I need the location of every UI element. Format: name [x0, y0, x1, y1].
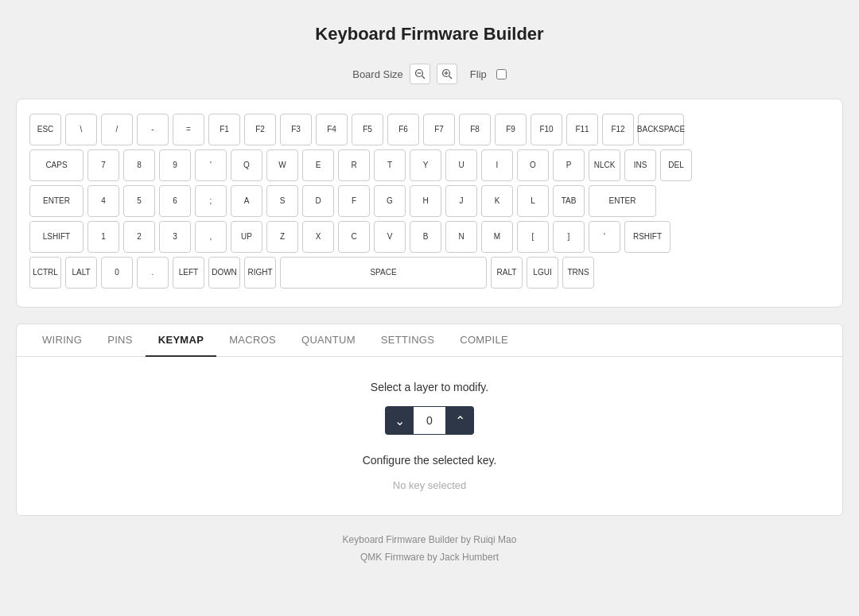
key-f11[interactable]: F11 [566, 114, 598, 145]
key-lalt[interactable]: LALT [65, 257, 97, 289]
key-enter-left[interactable]: ENTER [29, 185, 84, 217]
key-8[interactable]: 8 [123, 149, 155, 181]
key-2[interactable]: 2 [123, 221, 155, 253]
tab-compile[interactable]: COMPILE [447, 324, 521, 357]
key-h[interactable]: H [410, 185, 441, 217]
keyboard-row-3: ENTER 4 5 6 ; A S D F G H J K L TAB ENTE… [29, 185, 830, 217]
key-y[interactable]: Y [410, 149, 441, 181]
tab-keymap[interactable]: KEYMAP [146, 324, 216, 357]
key-ralt[interactable]: RALT [491, 257, 523, 289]
key-enter-right[interactable]: ENTER [589, 185, 656, 217]
key-f6[interactable]: F6 [387, 114, 419, 145]
key-lshift[interactable]: LSHIFT [29, 221, 84, 253]
key-semicolon[interactable]: ; [195, 185, 227, 217]
key-u[interactable]: U [445, 149, 477, 181]
key-backslash[interactable]: \ [65, 114, 97, 145]
key-backspace[interactable]: BACKSPACE [638, 114, 684, 145]
flip-checkbox[interactable] [496, 69, 507, 79]
key-o[interactable]: O [517, 149, 549, 181]
key-j[interactable]: J [445, 185, 477, 217]
key-m[interactable]: M [481, 221, 513, 253]
key-z[interactable]: Z [266, 221, 298, 253]
key-trns[interactable]: TRNS [562, 257, 594, 289]
key-apostrophe-r2[interactable]: ' [195, 149, 227, 181]
key-f5[interactable]: F5 [352, 114, 383, 145]
key-w[interactable]: W [266, 149, 298, 181]
layer-controls: ⌄ ⌃ [33, 406, 826, 435]
zoom-out-button[interactable] [410, 64, 430, 84]
key-6[interactable]: 6 [159, 185, 191, 217]
key-4[interactable]: 4 [87, 185, 119, 217]
key-d[interactable]: D [302, 185, 334, 217]
footer: Keyboard Firmware Builder by Ruiqi Mao Q… [16, 532, 843, 566]
svg-line-4 [449, 76, 452, 79]
key-b[interactable]: B [410, 221, 441, 253]
keyboard-row-1: ESC \ / - = F1 F2 F3 F4 F5 F6 F7 F8 F9 F… [29, 114, 830, 145]
key-e[interactable]: E [302, 149, 334, 181]
key-f10[interactable]: F10 [531, 114, 562, 145]
key-del[interactable]: DEL [660, 149, 692, 181]
tab-pins[interactable]: PINS [95, 324, 146, 357]
key-7[interactable]: 7 [87, 149, 119, 181]
key-comma[interactable]: , [195, 221, 227, 253]
key-5[interactable]: 5 [123, 185, 155, 217]
key-equals[interactable]: = [173, 114, 204, 145]
keyboard-row-5: LCTRL LALT 0 . LEFT DOWN RIGHT SPACE RAL… [29, 257, 830, 289]
key-caps[interactable]: CAPS [29, 149, 84, 181]
key-i[interactable]: I [481, 149, 513, 181]
key-r[interactable]: R [338, 149, 370, 181]
key-left[interactable]: LEFT [173, 257, 204, 289]
zoom-in-button[interactable] [437, 64, 457, 84]
key-f3[interactable]: F3 [280, 114, 312, 145]
key-f1[interactable]: F1 [208, 114, 240, 145]
key-x[interactable]: X [302, 221, 334, 253]
key-up[interactable]: UP [231, 221, 262, 253]
key-v[interactable]: V [374, 221, 406, 253]
key-c[interactable]: C [338, 221, 370, 253]
key-l[interactable]: L [517, 185, 549, 217]
key-t[interactable]: T [374, 149, 406, 181]
key-lgui[interactable]: LGUI [527, 257, 558, 289]
key-esc[interactable]: ESC [29, 114, 61, 145]
key-q[interactable]: Q [231, 149, 262, 181]
key-9[interactable]: 9 [159, 149, 191, 181]
key-rshift[interactable]: RSHIFT [624, 221, 670, 253]
key-0[interactable]: 0 [101, 257, 133, 289]
key-k[interactable]: K [481, 185, 513, 217]
key-1[interactable]: 1 [87, 221, 119, 253]
key-f[interactable]: F [338, 185, 370, 217]
layer-value-input[interactable] [414, 406, 445, 435]
layer-decrement-button[interactable]: ⌄ [385, 406, 414, 435]
key-n[interactable]: N [445, 221, 477, 253]
key-g[interactable]: G [374, 185, 406, 217]
key-f2[interactable]: F2 [244, 114, 276, 145]
key-f12[interactable]: F12 [602, 114, 634, 145]
key-down[interactable]: DOWN [208, 257, 240, 289]
key-slash[interactable]: / [101, 114, 133, 145]
tab-macros[interactable]: MACROS [216, 324, 289, 357]
key-3[interactable]: 3 [159, 221, 191, 253]
key-f4[interactable]: F4 [316, 114, 348, 145]
key-tab[interactable]: TAB [553, 185, 585, 217]
tab-quantum[interactable]: QUANTUM [289, 324, 368, 357]
tab-settings[interactable]: SETTINGS [368, 324, 447, 357]
layer-title: Select a layer to modify. [33, 381, 826, 393]
key-lctrl[interactable]: LCTRL [29, 257, 61, 289]
key-nlck[interactable]: NLCK [589, 149, 620, 181]
key-right[interactable]: RIGHT [244, 257, 276, 289]
key-f9[interactable]: F9 [495, 114, 527, 145]
key-s[interactable]: S [266, 185, 298, 217]
key-f8[interactable]: F8 [459, 114, 491, 145]
key-ins[interactable]: INS [624, 149, 656, 181]
key-lbracket[interactable]: [ [517, 221, 549, 253]
tab-wiring[interactable]: WIRING [29, 324, 95, 357]
key-minus[interactable]: - [137, 114, 169, 145]
key-period[interactable]: . [137, 257, 169, 289]
key-f7[interactable]: F7 [423, 114, 455, 145]
key-rbracket[interactable]: ] [553, 221, 585, 253]
layer-increment-button[interactable]: ⌃ [445, 406, 474, 435]
key-p[interactable]: P [553, 149, 585, 181]
key-space[interactable]: SPACE [280, 257, 487, 289]
key-a[interactable]: A [231, 185, 262, 217]
key-apostrophe-r4[interactable]: ' [589, 221, 620, 253]
